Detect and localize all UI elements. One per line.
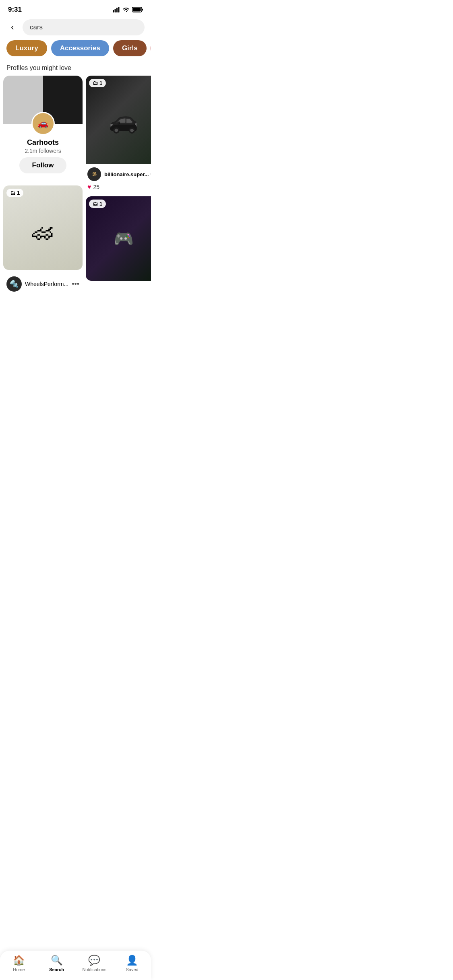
filter-pill-street-racing[interactable]: Street racing (151, 40, 151, 56)
likes-count-bmw: 25 (93, 184, 100, 190)
profile-name: Carhoots (7, 138, 79, 147)
status-bar: 9:31 (0, 0, 151, 17)
pin-username-bmw: billionaire.super... (104, 171, 149, 177)
filter-pill-accessories[interactable]: Accessories (51, 40, 109, 56)
heart-icon-bmw: ♥ (87, 183, 91, 191)
collection-icon-bmw: 🗂 (93, 80, 98, 86)
svg-rect-1 (115, 9, 116, 12)
profile-card-carhoots: 🚗 Carhoots 2.1m followers Follow (3, 76, 83, 182)
status-time: 9:31 (8, 6, 22, 14)
pin-likes-bmw: ♥ 25 (86, 183, 151, 193)
avatar: 🚗 (31, 112, 55, 135)
battery-icon (132, 7, 143, 12)
bmw-image (86, 76, 151, 164)
pin-footer-bmw: 𝔅 billionaire.super... ••• (86, 164, 151, 183)
profiles-label: Profiles you might love (0, 63, 151, 76)
profile-avatar-wrap: 🚗 (31, 112, 55, 135)
bmw-more-button[interactable]: ••• (149, 170, 151, 179)
profile-followers: 2.1m followers (7, 148, 79, 154)
collection-icon: 🗂 (10, 190, 15, 196)
filter-pill-girls[interactable]: Girls (113, 40, 147, 56)
svg-rect-2 (116, 8, 118, 12)
pin-count-corvette: 1 (17, 190, 20, 196)
pin-user-row-bmw: 𝔅 billionaire.super... (87, 167, 149, 181)
bottom-pin-row: 🔩 WheelsPerform... ••• (3, 273, 83, 293)
wheel-avatar: 🔩 (6, 276, 22, 292)
svg-rect-5 (133, 8, 141, 12)
pin-card-corvette[interactable]: 🗂 1 (3, 185, 83, 270)
signal-icon (113, 7, 120, 12)
svg-rect-0 (113, 10, 114, 12)
wifi-icon (122, 7, 130, 12)
pin-user-avatar-bmw: 𝔅 (87, 167, 101, 181)
svg-rect-6 (142, 9, 143, 11)
pin-card-bmw[interactable]: 🗂 1 𝔅 billionaire.super... ••• ♥ 25 (86, 76, 151, 193)
search-input[interactable] (23, 19, 145, 35)
status-icons (113, 7, 143, 12)
follow-button[interactable]: Follow (19, 157, 67, 173)
wheels-username: WheelsPerform... (25, 281, 68, 287)
filter-pills: Luxury Accessories Girls Street racing (0, 40, 151, 63)
main-content: 🚗 Carhoots 2.1m followers Follow 🗂 1 🔩 (0, 76, 151, 293)
pin-count-interior: 1 (99, 201, 102, 207)
corvette-image (3, 185, 83, 270)
right-column: 🗂 1 𝔅 billionaire.super... ••• ♥ 25 (86, 76, 151, 293)
collection-icon-interior: 🗂 (93, 201, 98, 207)
back-chevron-icon: ‹ (11, 22, 14, 33)
pin-card-interior[interactable]: 🗂 1 (86, 196, 151, 281)
svg-rect-3 (118, 7, 120, 12)
left-column: 🚗 Carhoots 2.1m followers Follow 🗂 1 🔩 (3, 76, 83, 293)
pin-count-bmw: 1 (99, 80, 102, 86)
back-button[interactable]: ‹ (6, 21, 19, 33)
pin-badge-interior: 🗂 1 (89, 200, 106, 208)
filter-pill-luxury[interactable]: Luxury (6, 40, 47, 56)
interior-image (86, 196, 151, 281)
search-bar-row: ‹ (0, 17, 151, 40)
pin-badge-bmw: 🗂 1 (89, 79, 106, 87)
wheels-more-button[interactable]: ••• (72, 280, 79, 288)
profile-banner: 🚗 (3, 76, 83, 124)
pin-badge-corvette: 🗂 1 (6, 189, 23, 197)
